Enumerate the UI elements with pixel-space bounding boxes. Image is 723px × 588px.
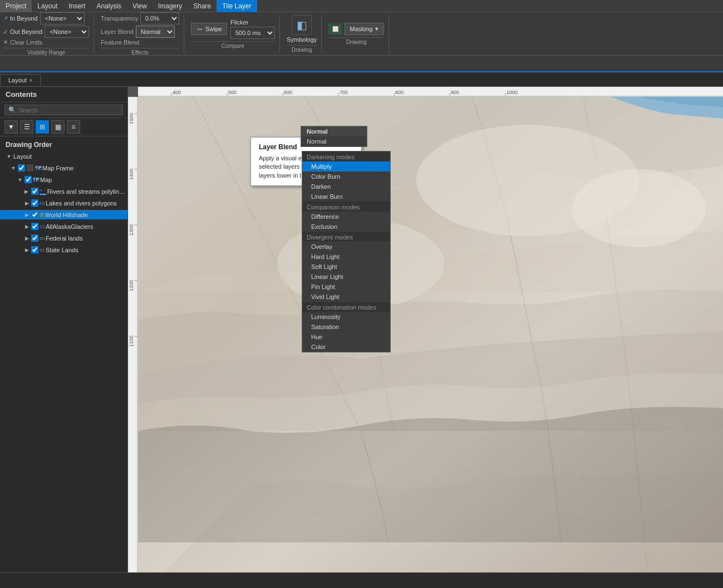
expand-hillshade[interactable]: ▶ xyxy=(23,212,30,218)
blend-mode-dropdown: Darkening modes Multiply Color Burn Dark… xyxy=(302,151,391,352)
expand-layout[interactable]: ▼ xyxy=(6,153,12,160)
svg-text:1100: 1100 xyxy=(129,336,134,347)
svg-text:600: 600 xyxy=(284,90,292,95)
menu-analysis[interactable]: Analysis xyxy=(91,0,127,12)
menu-project[interactable]: Project xyxy=(0,0,32,12)
comparison-modes-section: Comparison modes xyxy=(302,202,390,212)
menubar: Project Layout Insert Analysis View Imag… xyxy=(0,0,723,12)
blend-hard-light[interactable]: Hard Light xyxy=(302,252,390,262)
masking-button[interactable]: Masking ▼ xyxy=(345,23,384,35)
map-canvas[interactable] xyxy=(138,97,723,572)
expand-map[interactable]: ▼ xyxy=(17,177,23,183)
tree-item-state: ▶ ▭ State Lands xyxy=(0,244,127,256)
tree-item-map: ▼ 🗺 Map xyxy=(0,174,127,185)
blend-pin-light[interactable]: Pin Light xyxy=(302,282,390,292)
tree-view-button[interactable]: ⊞ xyxy=(36,120,49,134)
map-frame-icon2: 🗺 xyxy=(35,165,41,171)
blend-vivid-light[interactable]: Vivid Light xyxy=(302,292,390,302)
tree-item-layout: ▼ Layout xyxy=(0,151,127,162)
blend-color-burn[interactable]: Color Burn xyxy=(302,171,390,182)
divergent-modes-section: Divergent modes xyxy=(302,232,390,242)
svg-text:1500: 1500 xyxy=(129,113,134,124)
ribbon-group-symbology: ◧ Symbology Drawing xyxy=(287,14,322,53)
expand-rivers[interactable]: ▶ xyxy=(23,188,30,195)
tree-item-world-hillshade: ▶ ⊞ World Hillshade xyxy=(0,209,127,220)
flicker-dropdown[interactable]: 500.0 ms xyxy=(230,27,275,39)
map-image xyxy=(138,97,723,572)
transparency-label: Transparency xyxy=(101,15,138,22)
normal-item[interactable]: Normal xyxy=(301,136,367,146)
map-frame-icon: ⬛ xyxy=(26,164,34,171)
hillshade-icon: ⊞ xyxy=(40,212,44,218)
expand-federal[interactable]: ▶ xyxy=(23,235,30,242)
statusbar xyxy=(0,572,723,588)
checkbox-map[interactable] xyxy=(24,176,32,183)
search-input[interactable] xyxy=(18,107,119,114)
checkbox-lakes[interactable] xyxy=(31,199,38,207)
blend-darken[interactable]: Darken xyxy=(302,182,390,192)
tab-layout[interactable]: Layout × xyxy=(0,74,41,86)
svg-text:1200: 1200 xyxy=(129,280,134,291)
federal-icon: ▭ xyxy=(40,235,45,241)
rivers-icon: ~ xyxy=(40,188,46,195)
tab-bar: Layout × xyxy=(0,72,723,87)
symbology-icon: ◧ xyxy=(292,15,312,35)
out-beyond-dropdown[interactable]: <None> xyxy=(45,26,89,38)
menu-share[interactable]: Share xyxy=(188,0,217,12)
checkbox-alaska[interactable] xyxy=(31,223,38,230)
svg-text:800: 800 xyxy=(395,90,404,95)
state-icon: ▭ xyxy=(40,247,45,253)
expand-state[interactable]: ▶ xyxy=(23,247,30,253)
checkbox-rivers[interactable] xyxy=(31,188,38,195)
blend-exclusion[interactable]: Exclusion xyxy=(302,222,390,232)
svg-point-29 xyxy=(572,169,706,247)
list-view-button[interactable]: ☰ xyxy=(20,120,33,134)
color-combination-modes-section: Color combination modes xyxy=(302,302,390,312)
blend-multiply[interactable]: Multiply xyxy=(302,161,390,171)
menu-insert[interactable]: Insert xyxy=(63,0,91,12)
menu-imagery[interactable]: Imagery xyxy=(153,0,188,12)
symbology-label: Symbology xyxy=(287,36,317,43)
menu-tile-layer[interactable]: Tile Layer xyxy=(217,0,257,12)
tab-close-btn[interactable]: × xyxy=(29,77,32,84)
detail-view-button[interactable]: ≡ xyxy=(67,120,80,134)
checkbox-state[interactable] xyxy=(31,246,38,253)
ribbon: ↗ In Beyond <None> ↙ Out Beyond <None> ✕… xyxy=(0,12,723,56)
sidebar-toolbar: ▼ ☰ ⊞ ▦ ≡ xyxy=(0,118,127,136)
blend-difference[interactable]: Difference xyxy=(302,212,390,222)
transparency-dropdown[interactable]: 0.0% xyxy=(140,12,179,24)
search-box: 🔍 xyxy=(4,105,123,115)
blend-color[interactable]: Color xyxy=(302,342,390,352)
tree-item-lakes: ▶ ▭ Lakes and rivers polygons xyxy=(0,197,127,209)
menu-layout[interactable]: Layout xyxy=(32,0,63,12)
lakes-icon: ▭ xyxy=(40,200,45,206)
layer-blend-dropdown[interactable]: Normal xyxy=(136,26,175,38)
blend-luminosity[interactable]: Luminosity xyxy=(302,312,390,322)
blend-linear-light[interactable]: Linear Light xyxy=(302,272,390,282)
expand-lakes[interactable]: ▶ xyxy=(23,200,30,207)
expand-map-frame[interactable]: ▼ xyxy=(10,165,17,171)
blend-soft-light[interactable]: Soft Light xyxy=(302,262,390,272)
blend-hue[interactable]: Hue xyxy=(302,332,390,342)
checkbox-hillshade[interactable] xyxy=(31,211,38,218)
drawing-order-title: Drawing Order xyxy=(0,139,127,151)
vertical-ruler: 1500 1400 1300 1200 1100 xyxy=(128,97,138,572)
menu-view[interactable]: View xyxy=(127,0,153,12)
filter-button[interactable]: ▼ xyxy=(4,120,18,134)
masking-section-label: Drawing xyxy=(328,37,384,45)
sidebar-content: Drawing Order ▼ Layout ▼ ⬛ 🗺 Map Frame xyxy=(0,136,127,572)
swipe-button[interactable]: ↔ Swipe xyxy=(191,23,227,35)
sidebar-search: 🔍 xyxy=(0,102,127,118)
out-beyond-label: Out Beyond xyxy=(10,28,42,35)
thumbnail-view-button[interactable]: ▦ xyxy=(51,120,65,134)
blend-overlay[interactable]: Overlay xyxy=(302,242,390,252)
checkbox-federal[interactable] xyxy=(31,234,38,242)
checkbox-map-frame[interactable] xyxy=(18,164,25,171)
feature-blend-label: Feature Blend xyxy=(101,39,139,46)
blend-saturation[interactable]: Saturation xyxy=(302,322,390,332)
normal-header: Normal xyxy=(301,126,367,136)
in-beyond-dropdown[interactable]: <None> xyxy=(40,12,85,24)
map-area: 400 500 600 700 800 900 1000 xyxy=(128,87,723,572)
expand-alaska[interactable]: ▶ xyxy=(23,223,30,230)
blend-linear-burn[interactable]: Linear Burn xyxy=(302,192,390,202)
